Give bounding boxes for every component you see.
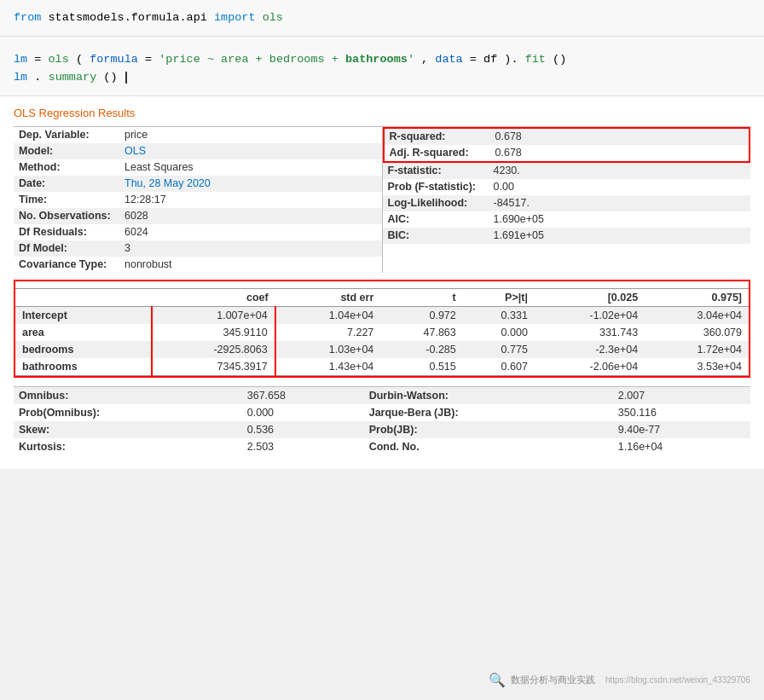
col-p: P>|t| [463, 288, 535, 306]
code-block-1: from statsmodels.formula.api import ols [0, 0, 764, 37]
aic-label: AIC: [388, 213, 490, 225]
durbin-watson-label: Durbin-Watson: [364, 386, 613, 404]
col-ci-high: 0.975] [645, 288, 749, 306]
skew-value: 0.536 [242, 421, 364, 438]
loglik-label: Log-Likelihood: [388, 197, 490, 209]
df-model-row: Df Model: 3 [14, 240, 382, 257]
aic-row: AIC: 1.690e+05 [383, 211, 751, 228]
skew-label: Skew: [14, 421, 242, 438]
df-model-value: 3 [124, 242, 130, 254]
watermark-text: 数据分析与商业实践 [511, 674, 595, 686]
adj-rsquared-label: Adj. R-squared: [390, 147, 492, 159]
keyword-import: import [214, 11, 256, 24]
row-coef-area: 345.9110 [152, 324, 275, 341]
kurtosis-value: 2.503 [242, 438, 364, 455]
prob-omnibus-label: Prob(Omnibus): [14, 404, 242, 421]
df-residuals-label: Df Residuals: [19, 226, 121, 238]
coef-row-bedrooms: bedrooms -2925.8063 1.03e+04 -0.285 0.77… [15, 341, 749, 358]
row-ci-high-area: 360.079 [645, 324, 749, 341]
row-name-area: area [15, 324, 152, 341]
prob-jb-value: 9.40e-77 [613, 421, 750, 438]
kurtosis-row: Kurtosis: 2.503 Cond. No. 1.16e+04 [14, 438, 750, 455]
time-row: Time: 12:28:17 [14, 192, 382, 208]
dot-summary: . [34, 71, 41, 84]
no-obs-row: No. Observations: 6028 [14, 208, 382, 224]
row-p-area: 0.000 [463, 324, 535, 341]
dep-variable-label: Dep. Variable: [19, 129, 121, 141]
adj-rsquared-row: Adj. R-squared: 0.678 [385, 145, 750, 161]
lm-var2: lm [14, 71, 27, 84]
paren-open: ( [76, 53, 83, 66]
row-coef-bedrooms: -2925.8063 [152, 341, 275, 358]
coef-row-intercept: Intercept 1.007e+04 1.04e+04 0.972 0.331… [15, 306, 749, 324]
row-ci-low-bedrooms: -2.3e+04 [535, 341, 645, 358]
time-label: Time: [19, 194, 121, 205]
row-p-intercept: 0.331 [463, 306, 535, 324]
row-stderr-bedrooms: 1.03e+04 [275, 341, 381, 358]
prob-omnibus-value: 0.000 [242, 404, 364, 421]
row-stderr-bathrooms: 1.43e+04 [275, 358, 381, 376]
col-name [15, 288, 152, 306]
watermark: 🔍 数据分析与商业实践 https://blog.csdn.net/weixin… [489, 672, 750, 688]
rsquared-label: R-squared: [390, 130, 492, 142]
cov-type-label: Covariance Type: [19, 258, 121, 270]
df-residuals-value: 6024 [124, 226, 148, 238]
summary-parens: () [103, 71, 117, 84]
row-t-bathrooms: 0.515 [380, 358, 462, 376]
durbin-watson-value: 2.007 [613, 386, 750, 404]
col-t: t [380, 288, 462, 306]
omnibus-value: 367.658 [242, 386, 364, 404]
rsquared-value: 0.678 [495, 130, 522, 142]
cov-type-row: Covariance Type: nonrobust [14, 257, 382, 273]
adj-rsquared-value: 0.678 [495, 147, 522, 159]
coef-row-area: area 345.9110 7.227 47.863 0.000 331.743… [15, 324, 749, 341]
cond-no-value: 1.16e+04 [613, 438, 750, 455]
prob-fstat-label: Prob (F-statistic): [388, 181, 490, 193]
rsquared-row: R-squared: 0.678 [385, 129, 750, 145]
prob-fstat-row: Prob (F-statistic): 0.00 [383, 179, 751, 195]
prob-fstat-value: 0.00 [494, 181, 514, 193]
row-stderr-area: 7.227 [275, 324, 381, 341]
summary-call: summary [49, 71, 97, 84]
equals: = [34, 53, 48, 66]
module-name: statsmodels.formula.api [49, 11, 214, 24]
row-ci-high-bedrooms: 1.72e+04 [645, 341, 749, 358]
row-t-bedrooms: -0.285 [380, 341, 462, 358]
jarque-bera-value: 350.116 [613, 404, 750, 421]
bottom-stats-table: Omnibus: 367.658 Durbin-Watson: 2.007 Pr… [14, 386, 750, 455]
coef-row-bathrooms: bathrooms 7345.3917 1.43e+04 0.515 0.607… [15, 358, 749, 376]
aic-value: 1.690e+05 [494, 213, 544, 225]
watermark-url: https://blog.csdn.net/weixin_43329706 [605, 675, 750, 685]
omnibus-row: Omnibus: 367.658 Durbin-Watson: 2.007 [14, 386, 750, 404]
bic-row: BIC: 1.691e+05 [383, 228, 751, 244]
data-kwarg: data [435, 53, 462, 66]
dep-variable-value: price [124, 129, 148, 141]
cond-no-label: Cond. No. [364, 438, 613, 455]
method-label: Method: [19, 161, 121, 173]
model-label: Model: [19, 145, 121, 157]
model-value: OLS [124, 145, 146, 157]
method-value: Least Squares [124, 161, 194, 173]
row-ci-low-bathrooms: -2.06e+04 [535, 358, 645, 376]
ols-call: ols [49, 53, 69, 66]
row-t-intercept: 0.972 [380, 306, 462, 324]
coef-table: coef std err t P>|t| [0.025 0.975] Inter… [15, 288, 749, 376]
bic-value: 1.691e+05 [494, 229, 544, 241]
ols-title: OLS Regression Results [14, 107, 750, 119]
date-label: Date: [19, 177, 121, 189]
fstat-value: 4230. [494, 165, 520, 176]
row-ci-high-bathrooms: 3.53e+04 [645, 358, 749, 376]
prob-jb-label: Prob(JB): [364, 421, 613, 438]
fstat-label: F-statistic: [388, 165, 490, 176]
omnibus-label: Omnibus: [14, 386, 242, 404]
time-value: 12:28:17 [124, 194, 166, 205]
row-stderr-intercept: 1.04e+04 [275, 306, 381, 324]
equals3: = [470, 53, 477, 66]
row-name-bedrooms: bedrooms [15, 341, 152, 358]
no-obs-label: No. Observations: [19, 210, 121, 222]
skew-row: Skew: 0.536 Prob(JB): 9.40e-77 [14, 421, 750, 438]
equals2: = [145, 53, 152, 66]
fstat-row: F-statistic: 4230. [383, 163, 751, 179]
row-coef-bathrooms: 7345.3917 [152, 358, 275, 376]
row-p-bathrooms: 0.607 [463, 358, 535, 376]
